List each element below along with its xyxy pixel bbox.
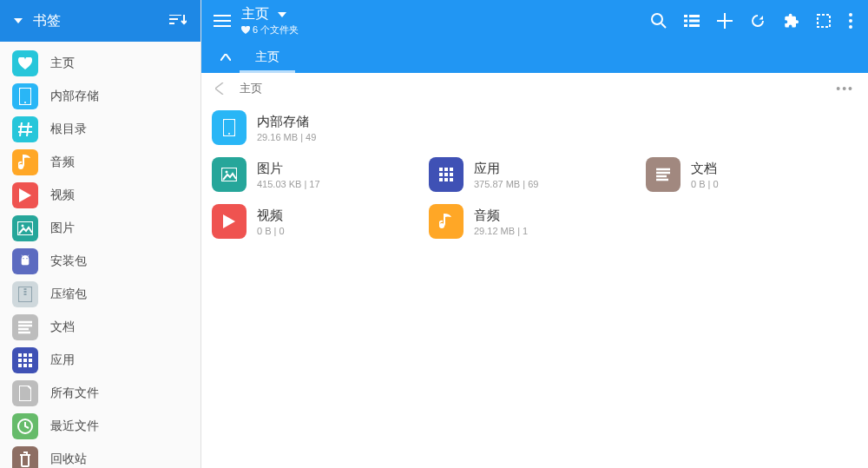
phone-icon: [212, 110, 247, 145]
svg-rect-23: [689, 20, 700, 23]
select-button[interactable]: [807, 4, 840, 37]
main: 主页 6 个文件夹 主页: [201, 0, 868, 468]
sidebar-item-8[interactable]: 文档: [0, 311, 201, 344]
svg-point-32: [228, 133, 230, 135]
svg-rect-36: [444, 168, 448, 171]
folder-tile-0[interactable]: 内部存储29.16 MB | 49: [208, 104, 861, 151]
svg-point-19: [652, 14, 662, 24]
svg-rect-39: [444, 173, 448, 176]
tile-name: 应用: [474, 161, 538, 177]
appbar-title-block[interactable]: 主页 6 个文件夹: [241, 5, 299, 36]
svg-rect-25: [689, 24, 700, 27]
breadcrumb-bar: 主页 •••: [201, 73, 868, 104]
sidebar-header: 书签: [0, 0, 201, 42]
sidebar-item-10[interactable]: 所有文件: [0, 377, 201, 410]
appbar-title: 主页: [241, 5, 269, 23]
extensions-button[interactable]: [774, 4, 807, 37]
svg-point-2: [24, 102, 26, 103]
folder-tile-2[interactable]: 应用375.87 MB | 69: [425, 151, 642, 198]
svg-rect-14: [29, 359, 32, 362]
sidebar-item-label: 根目录: [50, 122, 87, 137]
trash-icon: [12, 446, 38, 468]
svg-rect-12: [18, 359, 22, 362]
tab-0[interactable]: 主页: [240, 42, 295, 73]
sidebar-item-label: 压缩包: [50, 287, 87, 302]
folder-tile-1[interactable]: 图片415.03 KB | 17: [208, 151, 425, 198]
sidebar-item-0[interactable]: 主页: [0, 47, 201, 80]
android-icon: [12, 248, 38, 274]
sidebar-item-5[interactable]: 图片: [0, 212, 201, 245]
menu-button[interactable]: [207, 8, 238, 34]
tab-label: 主页: [255, 49, 279, 65]
sort-icon[interactable]: [169, 15, 187, 27]
tile-meta: 415.03 KB | 17: [257, 179, 320, 189]
tile-name: 视频: [257, 208, 285, 224]
clock-icon: [12, 413, 38, 439]
collapse-tabs-icon[interactable]: [212, 49, 240, 66]
folder-tile-5[interactable]: 音频29.12 MB | 1: [425, 198, 642, 245]
svg-point-44: [439, 223, 444, 228]
tile-name: 图片: [257, 161, 320, 177]
phone-icon: [12, 83, 38, 109]
play-icon: [12, 182, 38, 208]
sidebar-dropdown-icon[interactable]: [14, 18, 23, 23]
sidebar-item-6[interactable]: 安装包: [0, 245, 201, 278]
sidebar-item-7[interactable]: 压缩包: [0, 278, 201, 311]
folder-tile-3[interactable]: 文档0 B | 0: [642, 151, 859, 198]
view-list-button[interactable]: [675, 6, 708, 36]
svg-rect-43: [450, 178, 453, 181]
image-icon: [212, 157, 247, 192]
tile-meta: 29.16 MB | 49: [257, 132, 316, 142]
doc-icon: [12, 314, 38, 340]
sidebar-item-12[interactable]: 回收站: [0, 443, 201, 468]
heart-icon: [12, 50, 38, 76]
svg-point-29: [849, 25, 852, 29]
tile-name: 音频: [474, 208, 528, 224]
sidebar-item-label: 内部存储: [50, 89, 99, 104]
sidebar: 书签 主页内部存储根目录音频视频图片安装包压缩包文档应用所有文件最近文件回收站: [0, 0, 201, 468]
svg-point-3: [18, 164, 23, 169]
sidebar-item-label: 所有文件: [50, 386, 99, 401]
tile-meta: 375.87 MB | 69: [474, 179, 538, 189]
overflow-button[interactable]: [840, 4, 861, 37]
svg-rect-26: [818, 15, 830, 27]
all-icon: [12, 380, 38, 406]
svg-rect-41: [439, 178, 443, 181]
sidebar-item-label: 应用: [50, 353, 75, 368]
sidebar-item-label: 主页: [50, 56, 75, 71]
svg-rect-17: [29, 364, 32, 367]
sidebar-item-9[interactable]: 应用: [0, 344, 201, 377]
sidebar-item-label: 最近文件: [50, 419, 99, 434]
svg-point-34: [226, 171, 228, 174]
svg-rect-9: [18, 353, 22, 357]
breadcrumb-path[interactable]: 主页: [240, 81, 836, 96]
apps-icon: [12, 347, 38, 373]
music-icon: [12, 149, 38, 175]
svg-rect-16: [23, 364, 27, 367]
folder-tile-4[interactable]: 视频0 B | 0: [208, 198, 425, 245]
sidebar-item-2[interactable]: 根目录: [0, 113, 201, 146]
sidebar-item-label: 图片: [50, 221, 75, 236]
breadcrumb-back-icon[interactable]: [215, 82, 224, 95]
refresh-button[interactable]: [741, 4, 774, 37]
add-button[interactable]: [708, 4, 741, 37]
tile-name: 内部存储: [257, 114, 316, 130]
sidebar-item-4[interactable]: 视频: [0, 179, 201, 212]
search-button[interactable]: [642, 4, 675, 37]
sidebar-item-11[interactable]: 最近文件: [0, 410, 201, 443]
svg-rect-21: [689, 15, 700, 17]
sidebar-item-1[interactable]: 内部存储: [0, 80, 201, 113]
tile-meta: 29.12 MB | 1: [474, 226, 528, 236]
appbar-subtitle: 6 个文件夹: [241, 23, 299, 36]
play-icon: [212, 204, 247, 239]
doc-icon: [646, 157, 681, 192]
svg-point-6: [23, 258, 23, 259]
tile-name: 文档: [691, 161, 719, 177]
svg-rect-20: [684, 15, 687, 17]
svg-rect-10: [23, 353, 27, 357]
sidebar-item-3[interactable]: 音频: [0, 146, 201, 179]
svg-point-7: [26, 258, 27, 259]
sidebar-item-label: 视频: [50, 188, 75, 203]
breadcrumb-more-icon[interactable]: •••: [836, 82, 854, 96]
svg-point-5: [22, 225, 24, 227]
